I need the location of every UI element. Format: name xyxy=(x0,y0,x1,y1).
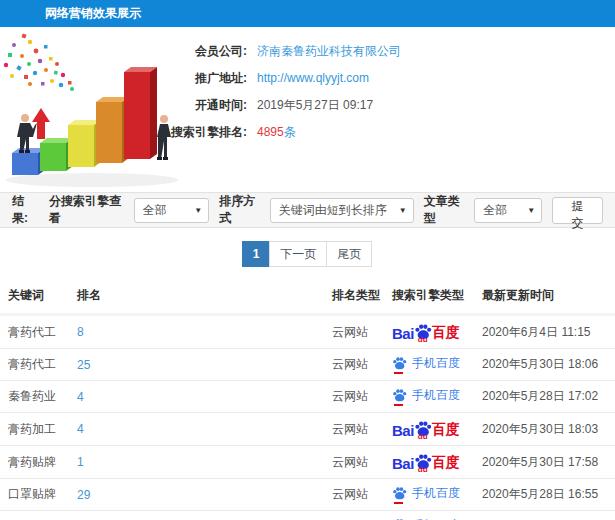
mobile-baidu-label: 手机百度 xyxy=(412,355,460,372)
header-rank: 排名 xyxy=(77,279,332,315)
engine-view-selected: 全部 xyxy=(143,203,167,217)
baidu-logo: Bai du百度 xyxy=(392,453,460,473)
mobile-baidu-underline xyxy=(394,502,403,504)
filter-controls: 分搜索引擎查看 全部 ▼ 排序方式 关键词由短到长排序 ▼ 文章类型 全部 ▼ … xyxy=(39,193,603,227)
table-row: 秦鲁药业4云网站 手机百度2020年5月28日 17:02 xyxy=(0,381,615,413)
mobile-baidu-underline xyxy=(394,404,403,406)
rank-link[interactable]: 29 xyxy=(77,479,332,511)
sort-select[interactable]: 关键词由短到长排序 ▼ xyxy=(270,198,414,223)
update-time-cell: 2020年5月30日 18:03 xyxy=(482,413,615,446)
baidu-logo-du: du xyxy=(418,465,428,474)
rank-type-cell: 云网站 xyxy=(332,315,392,349)
table-row: 口罩贴牌29云网站 手机百度2020年5月28日 16:55 xyxy=(0,479,615,511)
promo-url-link[interactable]: http://www.qlyyjt.com xyxy=(257,65,369,92)
promo-url-row: 推广地址: http://www.qlyyjt.com xyxy=(157,65,401,92)
page-title: 网络营销效果展示 xyxy=(45,6,141,20)
engine-type-cell: Bai du百度 xyxy=(392,413,482,446)
rank-link[interactable]: 25 xyxy=(77,349,332,381)
member-info: 会员公司: 济南秦鲁药业科技有限公司 推广地址: http://www.qlyy… xyxy=(157,38,401,146)
rank-link[interactable]: 4 xyxy=(77,381,332,413)
page-next[interactable]: 下一页 xyxy=(269,241,327,267)
sort-label: 排序方式 xyxy=(219,193,265,227)
company-label: 会员公司: xyxy=(157,38,247,65)
engine-rank-label: 搜索引擎排名: xyxy=(157,119,247,146)
article-type-label: 文章类型 xyxy=(424,193,470,227)
confetti-dots xyxy=(4,33,74,91)
rank-link[interactable]: 1 xyxy=(77,446,332,479)
open-time-label: 开通时间: xyxy=(157,92,247,119)
engine-type-cell: 手机百度 xyxy=(392,511,482,520)
keyword-cell: 口罩贴牌 xyxy=(0,479,77,511)
keyword-cell: 膏药贴牌 xyxy=(0,446,77,479)
page-last[interactable]: 尾页 xyxy=(326,241,372,267)
table-row: 膏药代工8云网站Bai du百度2020年6月4日 11:15 xyxy=(0,315,615,349)
results-table: 关键词 排名 排名类型 搜索引擎类型 最新更新时间 膏药代工8云网站Bai du… xyxy=(0,279,615,520)
keyword-cell: 膏药代工 xyxy=(0,315,77,349)
page-header: 网络营销效果展示 xyxy=(0,0,615,27)
promo-url-label: 推广地址: xyxy=(157,65,247,92)
baidu-paw-icon xyxy=(392,356,407,371)
up-arrow xyxy=(32,108,50,139)
header-keyword: 关键词 xyxy=(0,279,77,315)
keyword-cell: 膏药代工 xyxy=(0,349,77,381)
baidu-logo-cn: 百度 xyxy=(432,324,460,342)
company-row: 会员公司: 济南秦鲁药业科技有限公司 xyxy=(157,38,401,65)
rank-link[interactable]: 8 xyxy=(77,315,332,349)
engine-view-select[interactable]: 全部 ▼ xyxy=(134,198,210,223)
bar-red xyxy=(124,67,157,159)
rank-type-cell: 云网站 xyxy=(332,479,392,511)
table-body: 膏药代工8云网站Bai du百度2020年6月4日 11:15膏药代工25云网站… xyxy=(0,315,615,520)
rank-type-cell: 云网站 xyxy=(332,511,392,520)
update-time-cell: 2020年6月4日 11:15 xyxy=(482,315,615,349)
table-header-row: 关键词 排名 排名类型 搜索引擎类型 最新更新时间 xyxy=(0,279,615,315)
update-time-cell: 2020年5月30日 17:58 xyxy=(482,446,615,479)
mobile-baidu-label: 手机百度 xyxy=(412,387,460,404)
update-time-cell: 2020年5月28日 17:02 xyxy=(482,381,615,413)
baidu-logo-du: du xyxy=(418,335,428,344)
rank-type-cell: 云网站 xyxy=(332,381,392,413)
engine-type-cell: Bai du百度 xyxy=(392,446,482,479)
update-time-cell: 2020年5月28日 16:55 xyxy=(482,479,615,511)
mobile-baidu-underline xyxy=(394,372,403,374)
article-type-select[interactable]: 全部 ▼ xyxy=(474,198,542,223)
submit-button[interactable]: 提交 xyxy=(552,197,603,224)
page-current[interactable]: 1 xyxy=(242,241,271,267)
baidu-paw-icon xyxy=(392,486,407,501)
rank-type-cell: 云网站 xyxy=(332,413,392,446)
info-section: 会员公司: 济南秦鲁药业科技有限公司 推广地址: http://www.qlyy… xyxy=(0,27,615,192)
baidu-logo: Bai du百度 xyxy=(392,323,460,343)
rank-type-cell: 云网站 xyxy=(332,446,392,479)
table-row: 膏药加工4云网站Bai du百度2020年5月30日 18:03 xyxy=(0,413,615,446)
header-engine-type: 搜索引擎类型 xyxy=(392,279,482,315)
engine-rank-value: 4895条 xyxy=(257,119,296,146)
baidu-logo-du: du xyxy=(418,432,428,441)
table-row: 膏药代工25云网站 手机百度2020年5月30日 18:06 xyxy=(0,349,615,381)
header-update-time: 最新更新时间 xyxy=(482,279,615,315)
keyword-cell: 金华防护服 xyxy=(0,511,77,520)
baidu-logo-cn: 百度 xyxy=(432,421,460,439)
mobile-baidu-logo: 手机百度 xyxy=(392,355,460,372)
rank-type-cell: 云网站 xyxy=(332,349,392,381)
update-time-cell: 2020年6月20日 09:25 xyxy=(482,511,615,520)
table-row: 金华防护服17,25云网站 手机百度2020年6月20日 09:25 xyxy=(0,511,615,520)
baidu-logo-bai: Bai xyxy=(392,325,414,342)
chevron-down-icon: ▼ xyxy=(527,199,535,222)
engine-type-cell: 手机百度 xyxy=(392,349,482,381)
update-time-cell: 2020年5月30日 18:06 xyxy=(482,349,615,381)
rank-link[interactable]: 17,25 xyxy=(77,511,332,520)
chevron-down-icon: ▼ xyxy=(194,199,202,222)
rank-count: 4895 xyxy=(257,125,284,139)
bar-chart-illustration xyxy=(0,29,178,191)
baidu-logo-cn: 百度 xyxy=(432,454,460,472)
rank-link[interactable]: 4 xyxy=(77,413,332,446)
baidu-paw-icon xyxy=(392,388,407,403)
baidu-logo-bai: Bai xyxy=(392,422,414,439)
rank-unit-link[interactable]: 条 xyxy=(284,125,296,139)
article-type-selected: 全部 xyxy=(483,203,507,217)
mobile-baidu-label: 手机百度 xyxy=(412,485,460,502)
keyword-cell: 膏药加工 xyxy=(0,413,77,446)
header-rank-type: 排名类型 xyxy=(332,279,392,315)
table-row: 膏药贴牌1云网站Bai du百度2020年5月30日 17:58 xyxy=(0,446,615,479)
company-link[interactable]: 济南秦鲁药业科技有限公司 xyxy=(257,38,401,65)
pagination: 1 下一页 尾页 xyxy=(0,228,615,279)
